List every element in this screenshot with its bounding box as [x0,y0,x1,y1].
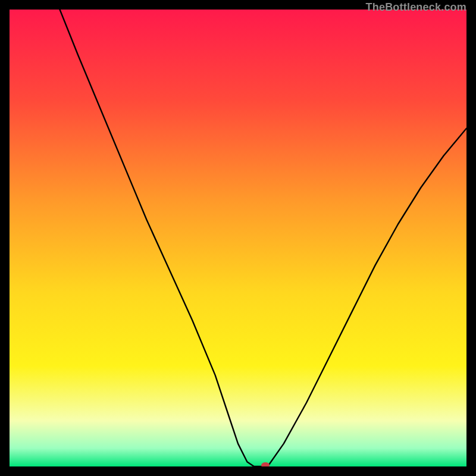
bottleneck-chart [10,10,466,466]
watermark-text: TheBottleneck.com [366,1,466,14]
gradient-background [10,10,466,466]
chart-frame: TheBottleneck.com [10,10,466,466]
